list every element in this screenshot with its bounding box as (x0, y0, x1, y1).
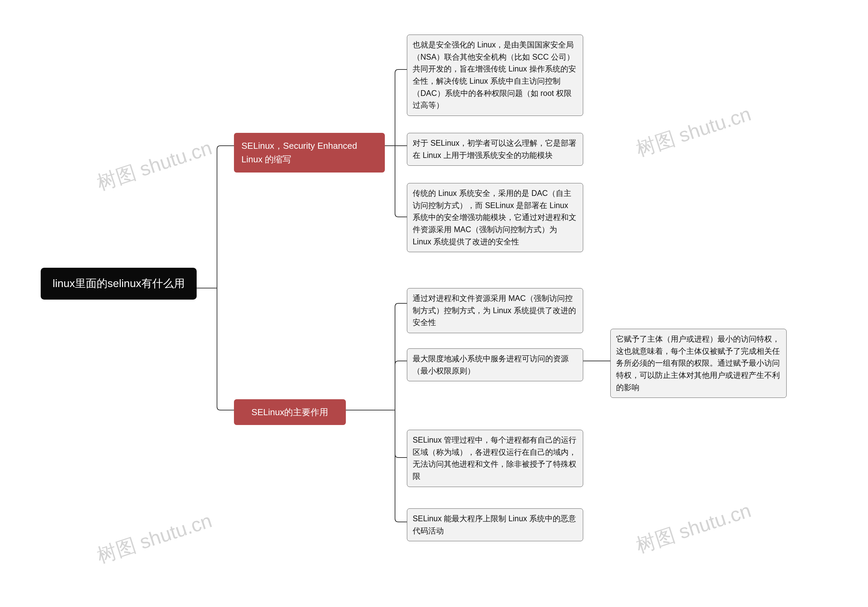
branch-selinux-abbr: SELinux，Security Enhanced Linux 的缩写 (234, 133, 385, 172)
leaf-min-privilege: 最大限度地减小系统中服务进程可访问的资源（最小权限原则） (407, 348, 583, 381)
leaf-min-privilege-detail: 它赋予了主体（用户或进程）最小的访问特权，这也就意味着，每个主体仅被赋予了完成相… (610, 329, 787, 398)
leaf-mac-control: 通过对进程和文件资源采用 MAC（强制访问控制方式）控制方式，为 Linux 系… (407, 288, 583, 333)
leaf-selinux-beginner: 对于 SELinux，初学者可以这么理解，它是部署在 Linux 上用于增强系统… (407, 133, 583, 166)
watermark: 树图 shutu.cn (94, 508, 215, 570)
watermark: 树图 shutu.cn (94, 135, 215, 197)
root-node: linux里面的selinux有什么用 (41, 268, 197, 300)
leaf-domain: SELinux 管理过程中，每个进程都有自己的运行区域（称为域），各进程仅运行在… (407, 430, 583, 487)
leaf-selinux-dac-mac: 传统的 Linux 系统安全，采用的是 DAC（自主访问控制方式），而 SELi… (407, 183, 583, 252)
branch-selinux-role: SELinux的主要作用 (234, 399, 346, 425)
leaf-malware-limit: SELinux 能最大程序上限制 Linux 系统中的恶意代码活动 (407, 508, 583, 541)
leaf-selinux-intro: 也就是安全强化的 Linux，是由美国国家安全局（NSA）联合其他安全机构（比如… (407, 34, 583, 116)
watermark: 树图 shutu.cn (633, 101, 755, 163)
watermark: 树图 shutu.cn (633, 497, 755, 559)
